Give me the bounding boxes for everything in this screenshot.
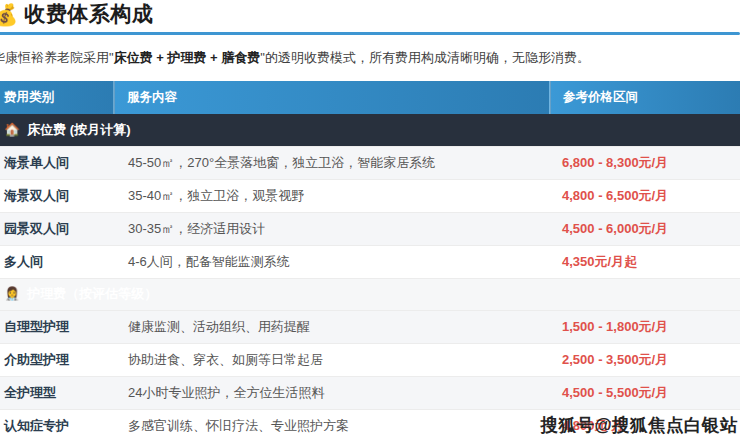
cell-service: 4-6人间，配备智能监测系统 [114, 245, 550, 278]
cell-price: 4,350元/月起 [550, 245, 740, 278]
header-price-range: 参考价格区间 [550, 81, 740, 114]
cell-price: 6,800 - 8,300元/月 [550, 146, 740, 179]
cell-service: 30-35㎡，经济适用设计 [114, 212, 550, 245]
nurse-icon: 👩‍⚕️ [4, 286, 20, 301]
cell-service: 45-50㎡，270°全景落地窗，独立卫浴，智能家居系统 [114, 146, 550, 179]
cell-category: 海景双人间 [0, 179, 114, 212]
cell-service: 多感官训练、怀旧疗法、专业照护方案 [114, 409, 550, 440]
table-row: 多人间4-6人间，配备智能监测系统4,350元/月起 [0, 245, 740, 278]
cell-category: 园景双人间 [0, 212, 114, 245]
table-row: 介助型护理协助进食、穿衣、如厕等日常起居2,500 - 3,500元/月 [0, 343, 740, 376]
section-title-bar: 💰 收费体系构成 [0, 0, 740, 27]
cell-category: 多人间 [0, 245, 114, 278]
money-bag-icon: 💰 [0, 1, 18, 28]
table-row: 海景单人间45-50㎡，270°全景落地窗，独立卫浴，智能家居系统6,800 -… [0, 146, 740, 179]
house-icon: 🏠 [4, 122, 20, 137]
cell-service: 24小时专业照护，全方位生活照料 [114, 376, 550, 409]
table-row: 自理型护理健康监测、活动组织、用药提醒1,500 - 1,800元/月 [0, 310, 740, 343]
table-row: 海景双人间35-40㎡，独立卫浴，观景视野4,800 - 6,500元/月 [0, 179, 740, 212]
fee-table-body: 🏠床位费 (按月计算)海景单人间45-50㎡，270°全景落地窗，独立卫浴，智能… [0, 114, 740, 440]
fee-table-header-row: 费用类别 服务内容 参考价格区间 [0, 81, 740, 114]
fee-structure-page: 💰 收费体系构成 华康恒裕养老院采用"床位费 + 护理费 + 膳食费"的透明收费… [0, 0, 740, 440]
cell-service: 35-40㎡，独立卫浴，观景视野 [114, 179, 550, 212]
section-title: 护理费（按评估等级） [27, 286, 157, 301]
cell-price: 2,500 - 3,500元/月 [550, 343, 740, 376]
cell-price: 1,500 - 1,800元/月 [550, 310, 740, 343]
title-divider [0, 32, 740, 35]
intro-text-bold: 床位费 + 护理费 + 膳食费 [114, 50, 261, 65]
intro-text-prefix: 华康恒裕养老院采用" [0, 50, 114, 65]
cell-category: 介助型护理 [0, 343, 114, 376]
fee-table: 费用类别 服务内容 参考价格区间 🏠床位费 (按月计算)海景单人间45-50㎡，… [0, 81, 740, 440]
cell-price: 4,500 - 6,000元/月 [550, 212, 740, 245]
section-header-row: 👩‍⚕️护理费（按评估等级） [0, 278, 740, 310]
section-title: 床位费 (按月计算) [27, 122, 130, 137]
table-row: 园景双人间30-35㎡，经济适用设计4,500 - 6,000元/月 [0, 212, 740, 245]
cell-price: 4,800 - 6,500元/月 [550, 179, 740, 212]
cell-service: 协助进食、穿衣、如厕等日常起居 [114, 343, 550, 376]
section-header-cell: 🏠床位费 (按月计算) [0, 114, 740, 146]
cell-category: 海景单人间 [0, 146, 114, 179]
header-service-content: 服务内容 [114, 81, 550, 114]
cell-category: 认知症专护 [0, 409, 114, 440]
header-fee-category: 费用类别 [0, 81, 114, 114]
intro-paragraph: 华康恒裕养老院采用"床位费 + 护理费 + 膳食费"的透明收费模式，所有费用构成… [0, 49, 740, 66]
intro-text-suffix: "的透明收费模式，所有费用构成清晰明确，无隐形消费。 [260, 50, 590, 65]
section-header-row: 🏠床位费 (按月计算) [0, 114, 740, 146]
page-title: 收费体系构成 [24, 0, 153, 28]
cell-category: 全护理型 [0, 376, 114, 409]
cell-category: 自理型护理 [0, 310, 114, 343]
cell-service: 健康监测、活动组织、用药提醒 [114, 310, 550, 343]
section-header-cell: 👩‍⚕️护理费（按评估等级） [0, 278, 740, 310]
sohu-watermark: 搜狐号@搜狐焦点白银站 [540, 413, 738, 437]
table-row: 全护理型24小时专业照护，全方位生活照料4,500 - 5,500元/月 [0, 376, 740, 409]
cell-price: 4,500 - 5,500元/月 [550, 376, 740, 409]
